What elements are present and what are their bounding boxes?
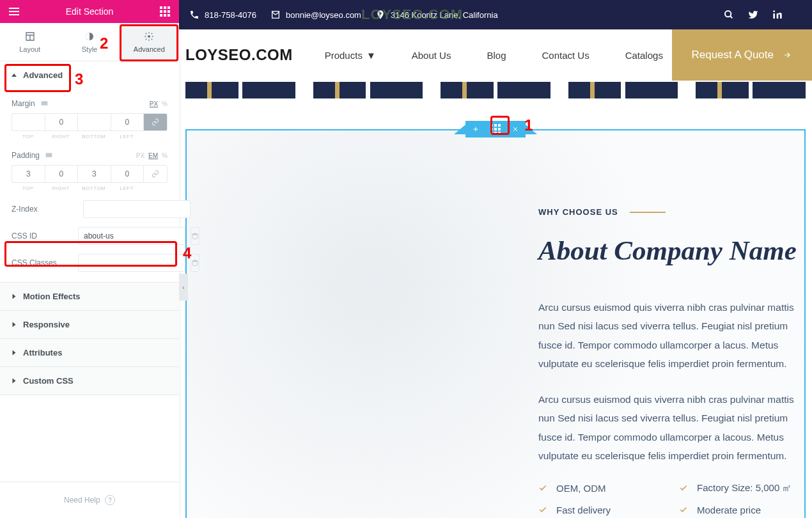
tab-advanced-label: Advanced bbox=[134, 45, 165, 53]
svg-rect-7 bbox=[773, 13, 775, 19]
section-headline: About Company Name bbox=[538, 235, 804, 266]
accordion-customcss-head[interactable]: Custom CSS bbox=[0, 367, 179, 395]
svg-rect-3 bbox=[46, 153, 52, 157]
site-navbar: LOYSEO.COM Products ▼ About Us Blog Cont… bbox=[179, 29, 812, 81]
preview-canvas: 818-758-4076 bonnie@loyseo.com 3146 Koon… bbox=[179, 0, 812, 518]
twitter-icon[interactable] bbox=[748, 10, 758, 20]
thumbnail[interactable] bbox=[185, 82, 295, 98]
tab-style[interactable]: Style bbox=[59, 23, 119, 61]
accordion-advanced: Advanced Margin PX % TOP RIGHT BOTTOM LE… bbox=[0, 61, 179, 283]
accordion-advanced-head[interactable]: Advanced bbox=[0, 61, 179, 89]
unit-px[interactable]: PX bbox=[150, 100, 158, 107]
zindex-input[interactable] bbox=[83, 200, 191, 218]
svg-point-6 bbox=[725, 11, 731, 17]
menu-icon[interactable] bbox=[5, 3, 23, 20]
caret-right-icon bbox=[13, 379, 16, 384]
site-logo[interactable]: LOYSEO.COM bbox=[185, 46, 293, 64]
margin-right[interactable] bbox=[45, 113, 78, 131]
accordion-motion: Motion Effects bbox=[0, 283, 179, 311]
margin-bottom[interactable] bbox=[77, 113, 111, 131]
unit-pct[interactable]: % bbox=[162, 100, 168, 107]
caret-right-icon bbox=[13, 294, 16, 299]
topbar-address: 3146 Koontz Lane, California bbox=[375, 10, 498, 20]
unit-px[interactable]: PX bbox=[136, 152, 144, 159]
accordion-responsive-head[interactable]: Responsive bbox=[0, 311, 179, 338]
cssclasses-label: CSS Classes bbox=[12, 258, 73, 267]
nav-products[interactable]: Products ▼ bbox=[325, 50, 376, 61]
apps-icon[interactable] bbox=[156, 3, 174, 20]
caret-down-icon bbox=[12, 74, 17, 77]
about-paragraph: Arcu cursus euismod quis viverra nibh cr… bbox=[538, 390, 804, 466]
editor-sidebar: Edit Section Layout Style Advanced Advan… bbox=[0, 0, 179, 518]
sidebar-title: Edit Section bbox=[66, 6, 114, 17]
margin-link-toggle[interactable] bbox=[143, 113, 168, 131]
linkedin-icon[interactable] bbox=[772, 10, 783, 20]
caret-right-icon bbox=[13, 322, 16, 327]
nav-menu: Products ▼ About Us Blog Contact Us Cata… bbox=[325, 50, 663, 61]
svg-point-8 bbox=[773, 10, 775, 12]
selected-section[interactable]: WHY CHOOSE US About Company Name Arcu cu… bbox=[185, 129, 806, 518]
desktop-icon[interactable] bbox=[40, 100, 49, 108]
feature-item: Fast delivery bbox=[538, 505, 673, 515]
margin-inputs: TOP RIGHT BOTTOM LEFT bbox=[12, 113, 168, 139]
cssid-input[interactable] bbox=[78, 227, 185, 245]
topbar-phone[interactable]: 818-758-4076 bbox=[189, 10, 256, 20]
search-icon[interactable] bbox=[724, 10, 734, 20]
accordion-attributes: Attributes bbox=[0, 339, 179, 367]
tab-style-label: Style bbox=[82, 45, 97, 53]
accordion-attributes-head[interactable]: Attributes bbox=[0, 339, 179, 366]
add-section-icon[interactable] bbox=[472, 125, 480, 133]
unit-pct[interactable]: % bbox=[162, 152, 168, 159]
feature-item: OEM, ODM bbox=[538, 482, 673, 494]
nav-about[interactable]: About Us bbox=[412, 50, 451, 61]
sidebar-collapse-button[interactable]: ‹ bbox=[179, 274, 188, 301]
margin-left[interactable] bbox=[111, 113, 144, 131]
nav-catalogs[interactable]: Catalogs bbox=[625, 50, 663, 61]
dynamic-tag-icon[interactable] bbox=[191, 227, 199, 245]
thumbnail[interactable] bbox=[313, 82, 423, 98]
margin-label: Margin bbox=[12, 99, 35, 108]
topbar-email[interactable]: bonnie@loyseo.com bbox=[270, 10, 361, 20]
request-quote-button[interactable]: Request A Quote bbox=[672, 29, 812, 81]
thumbnail[interactable] bbox=[441, 82, 550, 98]
feature-list: OEM, ODM Factory Size: 5,000 ㎡ Fast deli… bbox=[538, 482, 804, 515]
chevron-down-icon: ▼ bbox=[366, 50, 376, 61]
padding-bottom[interactable] bbox=[77, 165, 111, 183]
edit-section-icon[interactable] bbox=[487, 121, 504, 137]
padding-top[interactable] bbox=[12, 165, 45, 183]
svg-point-1 bbox=[148, 35, 150, 38]
accordion-responsive: Responsive bbox=[0, 311, 179, 339]
svg-rect-2 bbox=[41, 101, 47, 106]
delete-section-icon[interactable] bbox=[511, 125, 519, 133]
accordion-advanced-label: Advanced bbox=[23, 70, 63, 80]
padding-link-toggle[interactable] bbox=[143, 165, 168, 183]
product-thumbnails bbox=[179, 82, 812, 98]
accordion-customcss: Custom CSS bbox=[0, 367, 179, 395]
about-paragraph: Arcu cursus euismod quis viverra nibh cr… bbox=[538, 298, 804, 373]
tab-layout-label: Layout bbox=[19, 45, 40, 53]
cssclasses-input[interactable] bbox=[78, 254, 185, 272]
padding-inputs: TOP RIGHT BOTTOM LEFT bbox=[12, 165, 168, 191]
tab-layout[interactable]: Layout bbox=[0, 23, 59, 61]
nav-contact[interactable]: Contact Us bbox=[542, 50, 589, 61]
padding-label: Padding bbox=[12, 151, 40, 160]
thumbnail[interactable] bbox=[696, 82, 806, 98]
thumbnail[interactable] bbox=[568, 82, 678, 98]
padding-left[interactable] bbox=[111, 165, 144, 183]
accordion-motion-head[interactable]: Motion Effects bbox=[0, 283, 179, 310]
sidebar-header: Edit Section bbox=[0, 0, 179, 23]
site-topbar: 818-758-4076 bonnie@loyseo.com 3146 Koon… bbox=[179, 0, 812, 29]
zindex-label: Z-Index bbox=[12, 205, 73, 214]
unit-em[interactable]: EM bbox=[148, 152, 158, 159]
caret-right-icon bbox=[13, 350, 16, 356]
padding-right[interactable] bbox=[45, 165, 78, 183]
help-link[interactable]: Need Help ? bbox=[0, 482, 179, 518]
desktop-icon[interactable] bbox=[45, 152, 53, 160]
nav-blog[interactable]: Blog bbox=[487, 50, 506, 61]
feature-item: Moderate price bbox=[679, 505, 812, 515]
section-handle bbox=[454, 121, 537, 137]
tab-advanced[interactable]: Advanced bbox=[120, 23, 179, 61]
dynamic-tag-icon[interactable] bbox=[191, 254, 199, 272]
editor-tabs: Layout Style Advanced bbox=[0, 23, 179, 61]
margin-top[interactable] bbox=[12, 113, 45, 131]
